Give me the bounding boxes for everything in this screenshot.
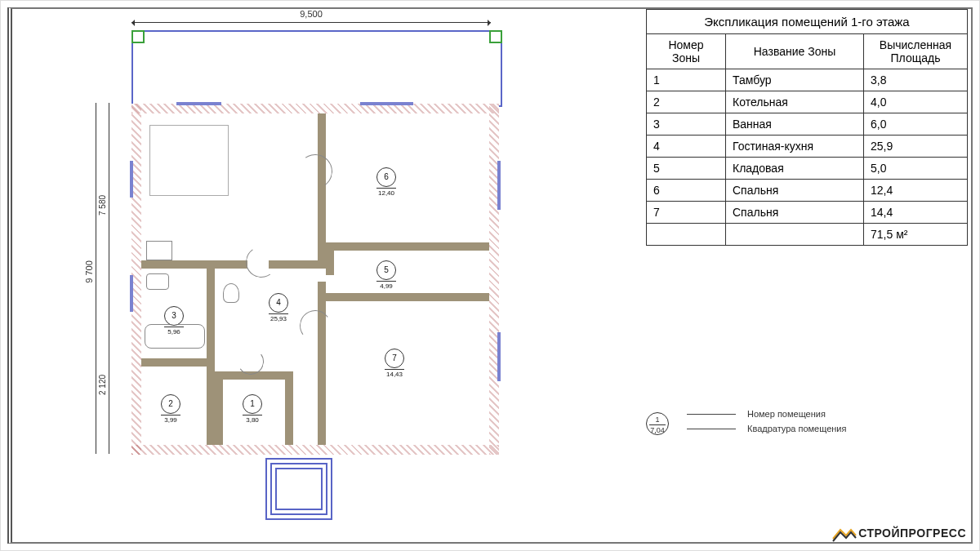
col-name: Название Зоны (726, 34, 864, 69)
floorplan: 6 12,40 5 4,99 7 14,43 4 25,93 3 5,96 2 … (131, 104, 499, 455)
total-name-cell (726, 224, 864, 246)
cell-area: 25,9 (864, 136, 968, 158)
total-zone-cell (647, 224, 726, 246)
dimension-left-segments: 7 580 2 120 (99, 103, 123, 454)
window-icon (497, 332, 501, 381)
cell-name: Тамбур (726, 69, 864, 91)
cell-name: Котельная (726, 91, 864, 113)
door-icon (297, 308, 333, 344)
room-label-5: 5 4,99 (376, 260, 396, 291)
cell-zone: 1 (647, 69, 726, 91)
room-number: 5 (376, 260, 396, 280)
wall-interior (215, 371, 223, 445)
dim-width-value: 9,500 (300, 9, 323, 19)
room-area: 12,40 (376, 188, 396, 198)
brand-name: СТРОЙПРОГРЕСС (858, 527, 966, 540)
cell-area: 4,0 (864, 91, 968, 113)
cell-zone: 4 (647, 136, 726, 158)
wall-interior (141, 260, 247, 269)
legend-label-2: Квадратура помещения (747, 424, 846, 433)
cell-name: Гостиная-кухня (726, 136, 864, 158)
legend-symbol: 1 7,04 (646, 412, 669, 435)
table-row: 4Гостиная-кухня25,9 (647, 136, 968, 158)
porch-overhang (131, 30, 502, 107)
wall-exterior (489, 104, 499, 455)
wall-interior (326, 251, 334, 275)
wall-interior (318, 282, 326, 445)
table-row: 2Котельная4,0 (647, 91, 968, 113)
room-number: 1 (243, 394, 262, 414)
table-row: 7Спальня14,4 (647, 202, 968, 224)
cell-area: 5,0 (864, 158, 968, 180)
legend-sample-num: 1 (655, 415, 659, 424)
col-area: Вычисленная Площадь (864, 34, 968, 69)
room-area: 14,43 (385, 369, 404, 379)
cell-area: 3,8 (864, 69, 968, 91)
cell-area: 6,0 (864, 113, 968, 136)
room-area: 5,96 (164, 327, 184, 336)
legend: 1 7,04 Номер помещения Квадратура помеще… (646, 409, 846, 443)
cell-area: 12,4 (864, 180, 968, 202)
window-icon (176, 102, 221, 105)
cell-zone: 7 (647, 202, 726, 224)
room-label-2: 2 3,99 (161, 394, 180, 424)
room-area: 3,80 (243, 415, 262, 424)
cell-zone: 5 (647, 158, 726, 180)
room-label-1: 1 3,80 (243, 394, 262, 424)
room-number: 6 (376, 167, 396, 187)
room-label-6: 6 12,40 (376, 167, 396, 198)
cell-name: Ванная (726, 113, 864, 136)
room-area: 25,93 (269, 313, 288, 323)
window-icon (130, 275, 133, 312)
stove-icon (146, 241, 172, 260)
furniture-icon (149, 125, 229, 196)
room-label-7: 7 14,43 (385, 349, 404, 379)
cell-area: 14,4 (864, 202, 968, 224)
house-icon (832, 526, 857, 542)
room-number: 3 (164, 306, 184, 326)
dim-seg-a: 7 580 (98, 195, 107, 216)
wall-interior (318, 113, 326, 267)
cell-name: Спальня (726, 180, 864, 202)
wall-exterior (131, 445, 499, 455)
cell-zone: 2 (647, 91, 726, 113)
room-number: 7 (385, 349, 404, 368)
table-title: Экспликация помещений 1-го этажа (646, 9, 968, 33)
room-area: 4,99 (376, 281, 396, 291)
room-label-4: 4 25,93 (269, 293, 288, 323)
wall-interior (269, 260, 326, 269)
room-number: 4 (269, 293, 288, 313)
legend-label-1: Номер помещения (747, 409, 826, 419)
wall-interior (285, 371, 293, 445)
wall-interior (141, 358, 215, 367)
door-icon (243, 244, 279, 280)
window-icon (360, 102, 413, 105)
post-icon (489, 30, 502, 43)
cell-zone: 3 (647, 113, 726, 136)
wall-interior (326, 293, 489, 301)
dim-height-value: 9 700 (84, 260, 94, 283)
room-label-3: 3 5,96 (164, 306, 184, 336)
cell-zone: 6 (647, 180, 726, 202)
brand-logo: СТРОЙПРОГРЕСС (832, 526, 966, 542)
total-area: 71,5 м² (864, 224, 968, 246)
room-number: 2 (161, 394, 180, 414)
post-icon (131, 30, 145, 43)
room-area: 3,99 (161, 415, 180, 424)
legend-sample-area: 7,04 (649, 424, 666, 435)
table-row: 5Кладовая5,0 (647, 158, 968, 180)
window-icon (130, 161, 133, 198)
toilet-icon (223, 283, 239, 303)
wall-interior (326, 242, 489, 251)
cell-name: Спальня (726, 202, 864, 224)
dim-seg-b: 2 120 (98, 375, 107, 395)
door-icon (296, 152, 336, 192)
table-row: 1Тамбур3,8 (647, 69, 968, 91)
explication-table: Экспликация помещений 1-го этажа Номер З… (646, 9, 968, 246)
table-row: 6Спальня12,4 (647, 180, 968, 202)
wall-interior (207, 269, 215, 445)
table-row: 3Ванная6,0 (647, 113, 968, 136)
col-zone: Номер Зоны (647, 34, 726, 69)
sink-icon (146, 273, 169, 290)
window-icon (497, 161, 501, 210)
